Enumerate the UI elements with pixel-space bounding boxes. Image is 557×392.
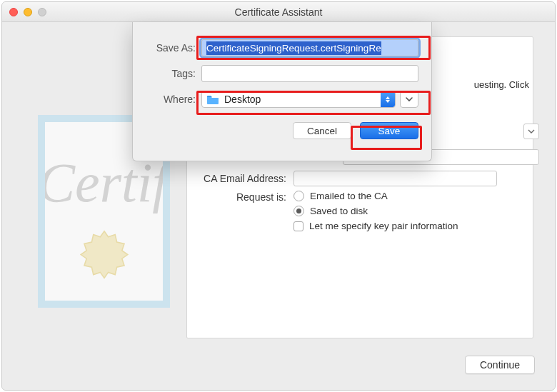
cancel-button-label: Cancel [307, 126, 337, 136]
background-dropdown-stub[interactable] [523, 124, 539, 139]
radio-emailed-row[interactable]: Emailed to the CA [293, 191, 458, 201]
request-is-row: Request is: Emailed to the CA Saved to d… [186, 191, 458, 236]
request-is-label: Request is: [186, 191, 286, 203]
save-sheet: Save As: CertificateSigningRequest.certS… [132, 22, 432, 161]
sheet-button-row: Cancel Save [133, 116, 431, 139]
save-as-row: Save As: CertificateSigningRequest.certS… [133, 39, 431, 56]
save-button-label: Save [378, 126, 401, 136]
certificate-assistant-window: Certificate Assistant Certif uesting. Cl… [1, 1, 556, 391]
where-stepper-icon [381, 91, 395, 107]
ca-email-label: CA Email Address: [186, 173, 286, 184]
instruction-text-fragment: uesting. Click [474, 79, 529, 90]
cancel-button[interactable]: Cancel [293, 122, 351, 139]
save-as-field[interactable]: CertificateSigningRequest.certSigningRe [201, 39, 418, 56]
radio-saved-row[interactable]: Saved to disk [293, 206, 458, 216]
request-options: Emailed to the CA Saved to disk Let me s… [293, 191, 458, 236]
window-title: Certificate Assistant [235, 6, 323, 18]
save-as-value: CertificateSigningRequest.certSigningRe [206, 41, 381, 55]
keypair-checkbox[interactable] [293, 221, 303, 231]
chevron-down-icon [528, 128, 535, 135]
radio-saved-label: Saved to disk [310, 206, 368, 216]
continue-button[interactable]: Continue [465, 356, 535, 374]
titlebar: Certificate Assistant [2, 2, 555, 22]
continue-button-label: Continue [480, 359, 520, 371]
disclosure-button[interactable] [400, 91, 418, 108]
keypair-check-label: Let me specify key pair information [309, 221, 458, 231]
where-label: Where: [140, 94, 196, 105]
tags-label: Tags: [140, 68, 196, 79]
folder-icon [206, 94, 219, 104]
radio-emailed-label: Emailed to the CA [310, 191, 388, 201]
certificate-seal-icon [76, 228, 133, 285]
minimize-window-button[interactable] [24, 8, 32, 16]
window-controls [9, 8, 46, 16]
ca-email-field[interactable] [293, 171, 497, 186]
where-row: Where: Desktop [133, 91, 431, 108]
close-window-button[interactable] [9, 8, 18, 16]
tags-row: Tags: [133, 65, 431, 82]
zoom-window-button[interactable] [38, 8, 46, 16]
radio-saved[interactable] [293, 206, 304, 216]
ca-email-row: CA Email Address: [186, 171, 497, 186]
radio-emailed[interactable] [293, 191, 304, 201]
tags-field[interactable] [201, 65, 418, 82]
where-value: Desktop [224, 94, 261, 105]
save-as-label: Save As: [140, 42, 196, 54]
keypair-check-row[interactable]: Let me specify key pair information [293, 221, 458, 231]
save-button[interactable]: Save [360, 122, 418, 139]
chevron-down-icon [405, 95, 413, 104]
where-popup[interactable]: Desktop [201, 91, 396, 108]
